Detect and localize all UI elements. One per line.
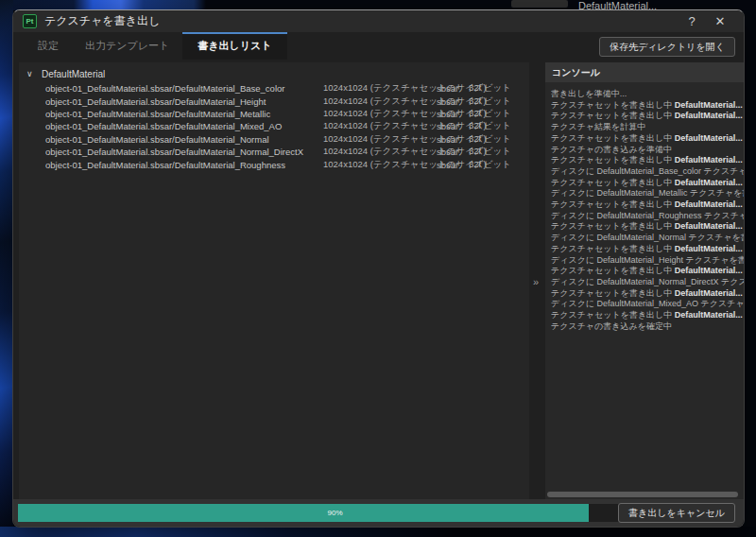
console-log-line: ディスクに DefaultMaterial_Normal テクスチャを書き込み中 [551,233,745,244]
dialog-title: テクスチャを書き出し [44,13,160,29]
console-log-line: ディスクに DefaultMaterial_Base_color テクスチャを書… [551,166,745,178]
texture-set-name: DefaultMaterial [42,69,105,79]
console-log-line: テクスチャセットを書き出し中 DefaultMaterial... [551,288,745,300]
console-log-line: テクスチャセットを書き出し中 DefaultMaterial... [551,199,745,211]
texture-name: object-01_DefaultMaterial.sbsar/DefaultM… [45,83,323,94]
desktop-wallpaper-left [0,0,13,537]
console-log-line: テクスチャセットを書き出し中 DefaultMaterial... [551,266,745,277]
console-log-line: テクスチャセットを書き出し中 DefaultMaterial... [551,133,745,145]
table-row[interactable]: object-01_DefaultMaterial.sbsar/DefaultM… [19,158,529,170]
texture-depth: 32f ビット [469,82,525,95]
chevron-down-icon[interactable]: ∨ [26,69,42,78]
export-list-panel[interactable]: ∨ DefaultMaterial object-01_DefaultMater… [19,62,529,499]
texture-format: sbsar [437,160,469,170]
export-progress-bar: 90% [18,504,652,522]
texture-name: object-01_DefaultMaterial.sbsar/DefaultM… [45,121,323,131]
console-log[interactable]: 書き出しを準備中...テクスチャセットを書き出し中 DefaultMateria… [545,82,745,332]
tab-bar: 設定出力テンプレート書き出しリスト [25,36,287,60]
texture-size: 1024x1024 (テクスチャセットのサイズ) [323,133,437,146]
export-textures-dialog: Pt テクスチャを書き出し ? ✕ 設定出力テンプレート書き出しリスト 保存先デ… [12,9,745,528]
texture-format: sbsar [437,134,469,145]
console-log-line: テクスチャセットを書き出し中 DefaultMaterial... [551,178,745,189]
table-row[interactable]: object-01_DefaultMaterial.sbsar/DefaultM… [19,146,529,158]
texture-set-group-row[interactable]: ∨ DefaultMaterial [19,67,529,80]
console-horizontal-scrollbar[interactable] [547,492,738,497]
console-log-line: テクスチャセットを書き出し中 DefaultMaterial... [551,100,745,112]
desktop-wallpaper-bottom [0,527,756,537]
close-icon[interactable]: ✕ [706,14,734,28]
console-log-line: テクスチャセットを書き出し中 DefaultMaterial... [551,244,745,255]
console-log-line: 書き出しを準備中... [551,89,745,100]
table-row[interactable]: object-01_DefaultMaterial.sbsar/DefaultM… [19,108,529,120]
cancel-export-button[interactable]: 書き出しをキャンセル [618,503,735,523]
tab-0[interactable]: 設定 [25,33,72,60]
texture-format: sbsar [437,109,469,119]
texture-name: object-01_DefaultMaterial.sbsar/DefaultM… [45,96,323,107]
dialog-footer: 90% 書き出しをキャンセル [13,499,744,527]
console-log-line: テクスチャセットを書き出し中 DefaultMaterial... [551,155,745,166]
console-log-line: テクスチャ結果を計算中 [551,122,745,133]
console-panel: コンソール 書き出しを準備中...テクスチャセットを書き出し中 DefaultM… [545,62,745,500]
console-log-line: テクスチャの書き込みを確定中 [551,321,745,333]
console-title: コンソール [552,66,600,79]
open-export-directory-button[interactable]: 保存先ディレクトリを開く [599,37,735,57]
console-log-line: ディスクに DefaultMaterial_Height テクスチャを書き込み中 [551,255,745,267]
texture-name: object-01_DefaultMaterial.sbsar/DefaultM… [45,160,323,170]
console-log-line: テクスチャセットを書き出し中 DefaultMaterial... [551,111,745,122]
table-row[interactable]: object-01_DefaultMaterial.sbsar/DefaultM… [19,82,529,95]
console-log-line: ディスクに DefaultMaterial_Normal_DirectX テクス… [551,277,745,288]
console-log-line: テクスチャセットを書き出し中 DefaultMaterial... [551,221,745,233]
console-log-line: ディスクに DefaultMaterial_Roughness テクスチャを書き… [551,211,745,222]
painter-app-icon: Pt [23,14,37,28]
texture-size: 1024x1024 (テクスチャセットのサイズ) [323,95,437,108]
texture-depth: 32f ビット [469,133,525,146]
tab-1[interactable]: 出力テンプレート [72,33,182,60]
texture-depth: 32f ビット [469,95,525,108]
dialog-titlebar[interactable]: Pt テクスチャを書き出し ? ✕ [13,10,744,32]
texture-depth: 32f ビット [469,159,525,171]
progress-percent-label: 90% [18,504,652,522]
table-row[interactable]: object-01_DefaultMaterial.sbsar/DefaultM… [19,133,529,146]
texture-size: 1024x1024 (テクスチャセットのサイズ) [323,120,437,132]
texture-depth: 32f ビット [469,120,525,132]
table-row[interactable]: object-01_DefaultMaterial.sbsar/DefaultM… [19,120,529,132]
texture-name: object-01_DefaultMaterial.sbsar/DefaultM… [45,147,323,157]
console-log-line: テクスチャの書き込みを準備中 [551,145,745,156]
texture-rows-container: object-01_DefaultMaterial.sbsar/DefaultM… [19,82,529,171]
texture-name: object-01_DefaultMaterial.sbsar/DefaultM… [45,109,323,119]
console-log-line: テクスチャセットを書き出し中 DefaultMaterial... [551,310,745,321]
texture-depth: 32f ビット [469,146,525,158]
console-log-line: ディスクに DefaultMaterial_Mixed_AO テクスチャを書き込… [551,299,745,310]
texture-name: object-01_DefaultMaterial.sbsar/DefaultM… [45,134,323,145]
help-button[interactable]: ? [678,14,706,28]
console-log-line: ディスクに DefaultMaterial_Metallic テクスチャを書き込… [551,188,745,199]
table-row[interactable]: object-01_DefaultMaterial.sbsar/DefaultM… [19,95,529,107]
texture-format: sbsar [437,121,469,131]
texture-format: sbsar [437,147,469,157]
texture-size: 1024x1024 (テクスチャセットのサイズ) [323,108,437,120]
texture-size: 1024x1024 (テクスチャセットのサイズ) [323,146,437,158]
texture-size: 1024x1024 (テクスチャセットのサイズ) [323,82,437,95]
console-collapse-icon[interactable]: » [533,276,539,287]
texture-format: sbsar [437,83,469,94]
texture-size: 1024x1024 (テクスチャセットのサイズ) [323,159,437,171]
background-app-fragment [511,0,568,8]
texture-depth: 32f ビット [469,108,525,120]
texture-format: sbsar [437,96,469,107]
tab-2[interactable]: 書き出しリスト [182,32,286,60]
console-header: コンソール [545,62,745,82]
